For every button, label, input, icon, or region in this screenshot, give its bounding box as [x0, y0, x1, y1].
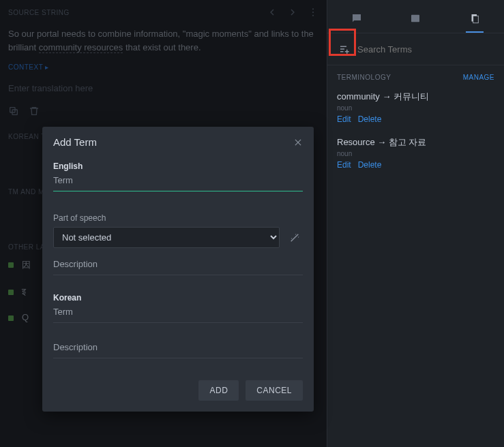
svg-rect-7	[473, 16, 479, 23]
source-string-label: SOURCE STRING	[8, 9, 70, 16]
add-term-modal: Add Term English Term Part of speech Not…	[42, 127, 314, 412]
translation-input[interactable]: Enter translation here	[8, 83, 318, 93]
context-link[interactable]: CONTEXT ▸	[8, 63, 318, 71]
search-input[interactable]	[355, 40, 497, 59]
korean-term-input[interactable]: Term	[53, 303, 303, 323]
svg-point-2	[312, 15, 314, 16]
next-string-icon[interactable]	[287, 7, 298, 18]
english-term-input[interactable]: Term	[53, 171, 303, 191]
terminology-label: TERMINOLOGY	[337, 74, 391, 81]
svg-rect-5	[411, 15, 419, 22]
edit-link[interactable]: Edit	[337, 160, 351, 170]
pos-label: Part of speech	[53, 213, 303, 223]
manage-link[interactable]: MANAGE	[463, 74, 494, 81]
term-entry: Resource → 참고 자료 noun EditDelete	[327, 131, 504, 176]
delete-link[interactable]: Delete	[358, 160, 382, 170]
english-label: English	[53, 161, 303, 171]
highlight-box	[329, 29, 356, 56]
svg-point-1	[312, 12, 314, 13]
more-icon[interactable]	[308, 7, 318, 18]
close-icon[interactable]	[293, 138, 303, 147]
prev-string-icon[interactable]	[267, 7, 278, 18]
modal-title: Add Term	[53, 136, 97, 148]
add-button[interactable]: ADD	[198, 380, 239, 401]
copy-icon[interactable]	[8, 106, 19, 117]
term-entry: community → 커뮤니티 noun EditDelete	[327, 85, 504, 131]
korean-desc-input[interactable]: Description	[53, 338, 303, 358]
edit-link[interactable]: Edit	[337, 114, 351, 124]
tab-tm[interactable]	[406, 7, 424, 33]
korean-label: Korean	[53, 293, 303, 303]
tab-terminology[interactable]	[466, 7, 484, 33]
wand-icon[interactable]	[286, 230, 303, 246]
delete-link[interactable]: Delete	[358, 114, 382, 124]
source-text: So our portal needs to combine informati…	[8, 27, 318, 54]
pos-select[interactable]: Not selected	[53, 227, 280, 248]
english-desc-input[interactable]: Description	[53, 255, 303, 275]
delete-icon[interactable]	[29, 106, 40, 117]
svg-point-0	[312, 8, 314, 10]
cancel-button[interactable]: CANCEL	[246, 380, 303, 401]
